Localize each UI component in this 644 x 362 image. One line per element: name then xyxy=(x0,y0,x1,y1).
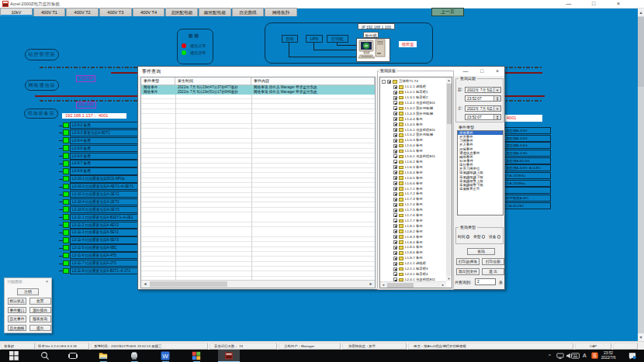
remote-control-button[interactable]: 遥控操作 xyxy=(29,307,51,314)
scroll-down-arrow[interactable]: ▼ xyxy=(638,333,644,341)
feeder-row[interactable]: 应急照明A-B1LE4 xyxy=(500,157,551,165)
feeder-row[interactable]: L3-10-4 特别重要负荷A-2ET3 xyxy=(59,198,139,206)
feeder-row[interactable]: 动力A-6D/2E1 xyxy=(500,202,551,210)
event-window-button[interactable]: 事件窗口 xyxy=(8,307,26,314)
tree-checkbox[interactable] xyxy=(393,213,397,217)
column-header-time[interactable]: 发生时间 xyxy=(175,78,251,84)
window-maximize-button[interactable]: □ xyxy=(585,0,602,8)
tree-checkbox[interactable] xyxy=(393,198,397,202)
scroll-left-arrow[interactable]: ◄ xyxy=(380,282,386,288)
dropdown-arrow-icon[interactable]: ▼ xyxy=(493,106,500,112)
from-date-combo[interactable]: 2022年 7月 5日 ▼ xyxy=(465,87,501,94)
feeder-row[interactable]: 应急照明A-1LE5 xyxy=(500,150,551,157)
spinner-arrows-icon[interactable]: ▲▼ xyxy=(493,115,500,120)
radio-icon[interactable] xyxy=(466,235,469,238)
default-state-button[interactable]: 默认状态 xyxy=(8,298,26,305)
event-type-item[interactable]: 遥测恢复正常 xyxy=(458,187,503,191)
tree-checkbox[interactable] xyxy=(393,262,397,266)
tree-checkbox[interactable] xyxy=(393,112,397,115)
tree-checkbox[interactable] xyxy=(393,209,397,212)
feeder-row[interactable]: 动力A-13/2E4a xyxy=(500,180,551,188)
dialog-maximize-button[interactable]: □ xyxy=(476,67,487,75)
event-table-hscrollbar[interactable]: ◄ ► xyxy=(141,280,375,288)
feeder-row[interactable]: L3-11-6 特别重要负荷A-4T5 xyxy=(59,252,139,260)
app-icon-gray[interactable] xyxy=(130,351,139,360)
feeder-row[interactable]: L3-11-4 特别重要负荷A-5EY3 xyxy=(59,236,139,244)
feeder-row[interactable]: L3-10-2 特别重要负荷A-4EY1~A-3EY1 xyxy=(59,183,139,191)
scroll-left-arrow[interactable]: ◄ xyxy=(141,281,149,288)
page-tab[interactable]: 网络拓扑 xyxy=(265,8,297,16)
feeder-row[interactable]: 消防控制室A-6FC xyxy=(500,195,551,202)
window-minimize-button[interactable]: — xyxy=(560,0,577,8)
feeder-row[interactable]: L3-9-4 备用 xyxy=(59,137,139,145)
tree-checkbox[interactable] xyxy=(393,165,397,169)
column-header-type[interactable]: 事件类型 xyxy=(141,78,175,84)
export-button[interactable]: 导出到文件 xyxy=(456,268,480,275)
radio-icon[interactable] xyxy=(497,235,500,238)
feeder-row[interactable]: 应急照明A-4LE5~A-5LE5 xyxy=(500,164,551,172)
scroll-up-arrow[interactable]: ▲ xyxy=(638,9,644,16)
feeder-row[interactable]: L3-9-8 备用 xyxy=(59,167,139,175)
tree-checkbox[interactable] xyxy=(393,106,397,110)
event-row[interactable]: 网络事件 2022年 7月 6日23时51分17秒946毫秒 网络事项 操作员 … xyxy=(141,90,375,95)
tree-checkbox[interactable] xyxy=(393,160,397,164)
feeder-row[interactable]: L3-11-2 特别重要负荷A-4EY2 xyxy=(59,222,139,229)
tree-checkbox[interactable] xyxy=(393,219,397,222)
main-vscrollbar[interactable]: ▲ ▼ xyxy=(638,9,644,341)
feeder-row[interactable]: L3-10-1 特别重要负荷DCS.APUa xyxy=(59,175,139,183)
to-date-combo[interactable]: 2022年 7月 6日 ▼ xyxy=(465,105,501,112)
feeder-row[interactable]: L3-9-6 备用 xyxy=(59,153,139,160)
store-color-icon[interactable] xyxy=(192,351,201,360)
feeder-row[interactable]: L3-11-7 特别重要负荷A-2T3 xyxy=(59,260,139,267)
tree-checkbox[interactable] xyxy=(393,240,397,244)
print-selected-button[interactable]: 打印选择项 xyxy=(456,258,480,265)
radio-icon[interactable] xyxy=(482,235,485,238)
function-panel-close-button[interactable]: × xyxy=(43,279,50,284)
feeder-row[interactable]: L3-11-1 特别重要负荷A-B1EY1~A-2E1 xyxy=(59,214,139,222)
tree-checkbox[interactable] xyxy=(393,117,397,121)
scroll-up-arrow[interactable]: ▲ xyxy=(446,78,452,83)
exit-button[interactable]: 退 出 xyxy=(482,268,504,275)
tree-hscrollbar[interactable]: ◄ ► xyxy=(380,281,446,288)
feeder-row[interactable]: L3-9-7 备用 xyxy=(59,160,139,167)
tree-checkbox[interactable] xyxy=(393,154,397,158)
page-tab[interactable]: 400V T1 xyxy=(33,8,66,16)
page-tab[interactable]: 10kV xyxy=(0,8,33,16)
feeder-row[interactable] xyxy=(500,187,551,195)
tree-checkbox[interactable] xyxy=(393,128,397,132)
tree-checkbox[interactable] xyxy=(393,267,397,271)
column-header-content[interactable]: 事件内容 xyxy=(251,78,375,84)
page-tab[interactable]: 400V T2 xyxy=(66,8,99,16)
notification-center-icon[interactable] xyxy=(628,352,636,360)
scrollbar-thumb[interactable] xyxy=(150,281,227,287)
print-all-button[interactable]: 打印全部 xyxy=(482,258,504,265)
tree-checkbox[interactable] xyxy=(393,229,397,233)
tray-chevron-icon[interactable]: ^ xyxy=(549,353,551,358)
feeder-row[interactable]: L3-9-3 重要负荷A-5DT1 xyxy=(59,129,139,137)
spin-down-icon[interactable]: ▼ xyxy=(494,118,500,121)
window-close-button[interactable]: × xyxy=(610,0,627,8)
tree-checkbox[interactable] xyxy=(393,187,397,191)
tree-checkbox[interactable] xyxy=(393,192,397,196)
result-count-field[interactable]: 2 xyxy=(475,278,496,285)
tree-checkbox[interactable] xyxy=(393,139,397,143)
dialog-close-button[interactable]: × xyxy=(492,67,503,75)
scrollbar-thumb[interactable] xyxy=(638,17,644,87)
previous-page-button[interactable]: 上一页 xyxy=(431,8,464,16)
tree-checkbox[interactable] xyxy=(393,122,397,126)
scrollbar-thumb[interactable] xyxy=(387,283,414,288)
tree-checkbox[interactable] xyxy=(393,257,397,260)
feeder-row[interactable]: L3-10-5 特别重要负荷A-3EY3 xyxy=(59,206,139,214)
logout-button[interactable]: 注销 xyxy=(17,288,39,295)
file-explorer-icon[interactable] xyxy=(99,351,108,360)
feeder-row[interactable]: L3-11-5 特别重要负荷A-6BC xyxy=(59,244,139,252)
feeder-row[interactable]: L3-11-8 特别重要负荷A-B1T1~A-1T1 xyxy=(59,267,139,275)
app-icon-w[interactable]: W xyxy=(161,351,170,360)
page-tab[interactable]: 北区配电箱 xyxy=(165,8,198,16)
tree-checkbox[interactable] xyxy=(393,251,397,255)
feeder-row[interactable]: L3-9-5 备用 xyxy=(59,145,139,153)
feeder-row[interactable]: 应急照明A-1LE4 xyxy=(500,142,551,150)
scroll-right-arrow[interactable]: ► xyxy=(440,282,446,288)
tree-checkbox[interactable] xyxy=(387,80,391,84)
feeder-row[interactable]: 应急照明A-1LE2 xyxy=(500,127,551,135)
